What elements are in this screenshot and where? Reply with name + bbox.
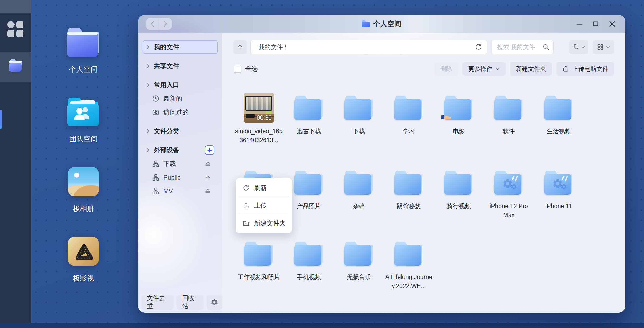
- sort-icon: [572, 44, 579, 50]
- file-name: 手机视频: [297, 273, 321, 281]
- file-name: 工作视频和照片: [238, 273, 280, 281]
- context-menu: 刷新 上传 新建文件夹: [236, 178, 292, 233]
- context-menu-item-refresh[interactable]: 刷新: [236, 179, 292, 197]
- more-actions-label: 更多操作: [468, 65, 492, 73]
- file-name: 无损音乐: [347, 273, 371, 281]
- folder-item[interactable]: 生活视频: [534, 92, 584, 145]
- folder-icon: [444, 171, 474, 195]
- back-button[interactable]: [146, 18, 159, 30]
- chevron-right-icon: [162, 20, 168, 27]
- video-duration: 00:30: [256, 114, 272, 121]
- desktop-icon-personal-space[interactable]: 个人空间: [47, 25, 120, 74]
- context-menu-label: 新建文件夹: [254, 219, 286, 227]
- sidebar: 我的文件 共享文件 常用入口: [138, 33, 222, 313]
- close-button[interactable]: [608, 20, 616, 28]
- refresh-button[interactable]: [475, 43, 482, 51]
- app-grid-icon[interactable]: [7, 21, 24, 37]
- file-name: 骑行视频: [447, 202, 471, 211]
- folder-item[interactable]: 杂碎: [334, 167, 384, 219]
- path-toolbar: 我的文件 /: [222, 40, 625, 54]
- file-name: 电影: [453, 127, 465, 136]
- window-title: 个人空间: [373, 19, 401, 29]
- folder-icon: [294, 96, 324, 120]
- settings-button[interactable]: [207, 295, 222, 309]
- folder-item[interactable]: 踢馆秘笈: [384, 167, 434, 219]
- eject-button[interactable]: [204, 188, 211, 194]
- eject-button[interactable]: [204, 160, 211, 167]
- sidebar-item-common-entries[interactable]: 常用入口: [143, 78, 218, 92]
- sort-button[interactable]: [569, 40, 588, 54]
- folder-item[interactable]: 电影: [434, 92, 484, 145]
- file-name: 杂碎: [353, 202, 365, 211]
- folder-item[interactable]: 骑行视频: [434, 167, 484, 219]
- folder-item[interactable]: iPhone 11: [534, 167, 584, 219]
- chevron-right-icon: [146, 82, 150, 88]
- folder-icon: [344, 171, 374, 195]
- file-item-video[interactable]: 00:30 studio_video_1653614032613...: [234, 92, 284, 145]
- breadcrumb: 我的文件 /: [259, 43, 475, 51]
- forward-button[interactable]: [159, 18, 172, 30]
- context-menu-item-upload[interactable]: 上传: [236, 197, 292, 214]
- eject-button[interactable]: [204, 174, 211, 181]
- arrow-up-icon: [237, 43, 244, 51]
- backup-gears-icon: [494, 171, 524, 195]
- desktop-icon-photo-album[interactable]: 极相册: [47, 164, 120, 213]
- folder-item[interactable]: 迅雷下载: [284, 92, 334, 145]
- device-name: 下载: [163, 160, 176, 168]
- sidebar-item-shared-files[interactable]: 共享文件: [143, 59, 218, 73]
- view-mode-button[interactable]: [593, 40, 614, 54]
- upload-pc-files-button[interactable]: 上传电脑文件: [556, 62, 614, 76]
- sidebar-device-mv[interactable]: MV: [143, 184, 218, 198]
- folder-item[interactable]: iPhone 12 Pro Max: [484, 167, 534, 219]
- maximize-button[interactable]: [592, 20, 600, 28]
- minimize-button[interactable]: [576, 20, 583, 28]
- people-icon: [73, 107, 94, 120]
- sidebar-item-visited[interactable]: 访问过的: [143, 105, 218, 119]
- dedup-button[interactable]: 文件去重: [142, 295, 173, 309]
- sidebar-item-file-categories[interactable]: 文件分类: [143, 124, 218, 138]
- titlebar[interactable]: 个人空间: [138, 15, 625, 33]
- recycle-bin-button[interactable]: 回收站: [177, 295, 203, 309]
- desktop-icon-label: 个人空间: [69, 65, 98, 74]
- file-manager-window: 个人空间: [138, 15, 625, 313]
- up-directory-button[interactable]: [233, 40, 247, 54]
- dock-item-files[interactable]: [0, 52, 31, 82]
- context-menu-item-new-folder[interactable]: 新建文件夹: [236, 214, 292, 232]
- folder-item[interactable]: 学习: [384, 92, 434, 145]
- sidebar-device-download[interactable]: 下载: [143, 157, 218, 171]
- breadcrumb-bar[interactable]: 我的文件 /: [250, 40, 487, 54]
- folder-item[interactable]: A.Lifelong.Journey.2022.WE...: [384, 238, 434, 290]
- folder-icon: [544, 171, 573, 195]
- folder-item[interactable]: 手机视频: [284, 238, 334, 290]
- folder-item[interactable]: 无损音乐: [334, 238, 384, 290]
- eject-icon: [204, 188, 211, 194]
- folder-icon: [394, 171, 424, 195]
- sidebar-item-my-files[interactable]: 我的文件: [143, 40, 218, 54]
- personal-folder-icon: [67, 28, 100, 57]
- magnifier-icon[interactable]: [542, 43, 550, 51]
- more-actions-button[interactable]: 更多操作: [462, 62, 506, 76]
- folder-icon: [544, 96, 573, 120]
- folder-icon: [494, 171, 524, 195]
- select-all-checkbox[interactable]: [234, 65, 242, 73]
- new-folder-button[interactable]: 新建文件夹: [510, 62, 552, 76]
- file-name: A.Lifelong.Journey.2022.WE...: [385, 273, 433, 290]
- video-thumbnail: 00:30: [244, 93, 274, 123]
- folder-item[interactable]: 下载: [334, 92, 384, 145]
- sidebar-item-latest[interactable]: 最新的: [143, 92, 218, 105]
- folder-item[interactable]: 软件: [484, 92, 534, 145]
- folder-item[interactable]: 工作视频和照片: [234, 238, 284, 290]
- delete-button[interactable]: 删除: [434, 62, 458, 76]
- upload-icon: [562, 65, 570, 73]
- search-box: [491, 40, 554, 54]
- sidebar-item-external-devices[interactable]: 外部设备: [143, 143, 218, 157]
- add-device-button[interactable]: [205, 145, 214, 155]
- desktop-icon-team-space[interactable]: 团队空间: [47, 94, 120, 144]
- files-folder-icon: [9, 59, 23, 72]
- sidebar-device-public[interactable]: Public: [143, 171, 218, 184]
- sidebar-item-label: 最新的: [163, 94, 182, 103]
- desktop-icon-video-app[interactable]: 极影视: [47, 234, 120, 283]
- folder-plus-icon: [243, 220, 250, 227]
- desktop-icon-label: 极相册: [73, 204, 94, 213]
- search-input[interactable]: [497, 44, 542, 51]
